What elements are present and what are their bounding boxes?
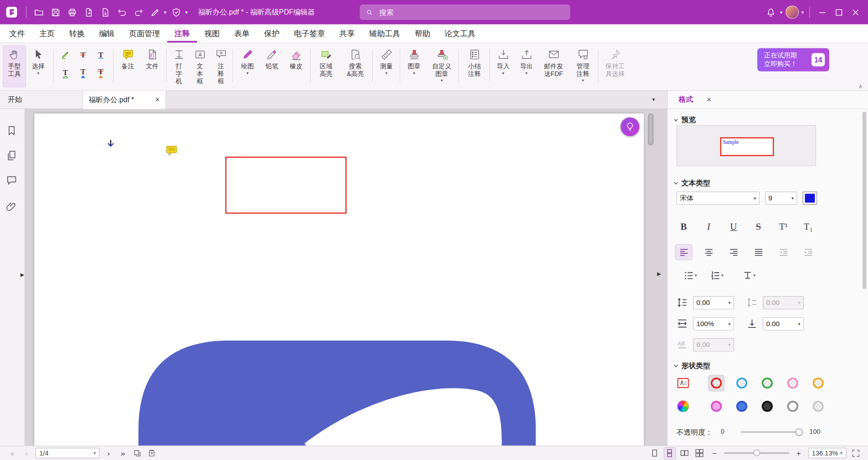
menu-share[interactable]: 共享 [332, 24, 362, 43]
tool-insert-text[interactable]: T [75, 65, 91, 80]
tool-pencil[interactable]: 铅笔 [261, 46, 283, 87]
maximize-button[interactable] [830, 4, 847, 21]
assistant-bulb-button[interactable] [621, 117, 640, 136]
align-justify-button[interactable] [750, 245, 767, 260]
tool-drawing[interactable]: 绘图 ▾ [236, 46, 259, 87]
tool-squiggly-underline[interactable]: T [57, 65, 73, 80]
note-annotation[interactable] [166, 146, 177, 156]
numbered-list-button[interactable]: ▾ [706, 268, 727, 283]
shape-color-green[interactable] [760, 375, 775, 391]
bookmarks-panel-button[interactable] [5, 124, 19, 138]
font-family-select[interactable]: 宋体▾ [676, 191, 760, 204]
text-direction-button[interactable]: ▾ [738, 268, 760, 283]
shape-color-blue[interactable] [734, 398, 750, 414]
bold-button[interactable]: B [675, 219, 692, 234]
menu-help[interactable]: 帮助 [407, 24, 437, 43]
tool-search-highlight[interactable]: 搜索 &高亮 [341, 46, 370, 87]
shape-color-transparent[interactable] [811, 398, 826, 414]
preview-section-header[interactable]: 预览 [673, 115, 696, 125]
tool-manage-comments[interactable]: 管理 注释 ▾ [570, 46, 595, 87]
menu-page-management[interactable]: 页面管理 [122, 24, 167, 43]
tab-start[interactable]: 开始 [0, 91, 83, 109]
account-button[interactable] [784, 4, 801, 21]
tool-strikeout-text[interactable]: T [75, 47, 91, 62]
tool-file-attachment[interactable]: 文件 [141, 46, 164, 87]
tool-summarize-comments[interactable]: 小结 注释 [462, 46, 487, 87]
tab-list-caret[interactable]: ▾ [652, 96, 655, 102]
dropdown-caret[interactable]: ▾ [780, 9, 783, 15]
font-size-select[interactable]: 9▾ [765, 191, 797, 204]
menu-comment[interactable]: 注释 [167, 24, 197, 43]
dropdown-caret[interactable]: ▾ [185, 9, 188, 15]
superscript-button[interactable]: T¹ [775, 219, 792, 234]
tool-callout[interactable]: 注 释 框 [212, 46, 231, 87]
zoom-slider-thumb[interactable] [753, 450, 760, 456]
tool-eraser[interactable]: 橡皮 [284, 46, 307, 87]
menu-view[interactable]: 视图 [197, 24, 227, 43]
zoom-level-select[interactable]: 136.13% ▾ [808, 448, 846, 458]
dropdown-caret[interactable]: ▾ [164, 9, 166, 15]
tool-underline-text[interactable]: T [93, 47, 108, 62]
zoom-out-button[interactable]: − [709, 449, 720, 458]
line-spacing-input[interactable]: 0.00▾ [693, 296, 734, 309]
opacity-slider[interactable] [741, 431, 802, 433]
close-window-button[interactable] [847, 4, 863, 21]
zoom-slider[interactable] [724, 452, 789, 454]
increase-indent-button[interactable] [800, 245, 816, 260]
last-page-button[interactable]: » [118, 449, 128, 458]
subscript-button[interactable]: T₁ [800, 219, 816, 234]
color-wheel-button[interactable] [675, 398, 691, 414]
search-box[interactable] [360, 5, 570, 20]
tab-document[interactable]: 福昕办公.pdf * ✕ [83, 91, 166, 109]
strikethrough-button[interactable]: S [750, 219, 767, 234]
comments-panel-button[interactable] [5, 174, 19, 187]
menu-form[interactable]: 表单 [227, 24, 257, 43]
shape-color-gray[interactable] [785, 398, 800, 414]
menu-esign[interactable]: 电子签章 [287, 24, 332, 43]
textbox-style-button[interactable] [675, 375, 691, 391]
tool-textbox[interactable]: 文 本 框 [190, 46, 209, 87]
facing-continuous-view-button[interactable] [694, 447, 705, 458]
decrease-indent-button[interactable] [775, 245, 792, 260]
menu-paper-tools[interactable]: 论文工具 [437, 24, 482, 43]
text-type-section-header[interactable]: 文本类型 [673, 178, 710, 188]
tool-hand[interactable]: 手型 工具 [3, 46, 25, 87]
sign-tool-button[interactable] [146, 4, 163, 21]
redo-button[interactable] [130, 4, 147, 21]
single-page-view-button[interactable] [649, 447, 660, 458]
page-number-input[interactable]: 1/4 ▾ [35, 448, 99, 458]
facing-view-button[interactable] [679, 447, 690, 458]
scrollbar-thumb[interactable] [648, 114, 653, 145]
underline-button[interactable]: U [725, 219, 742, 234]
tool-highlight-text[interactable] [57, 47, 73, 62]
tool-note[interactable]: 备注 [116, 46, 139, 87]
attachments-panel-button[interactable] [5, 200, 19, 213]
close-tab-icon[interactable]: ✕ [155, 96, 160, 104]
tool-export-comments[interactable]: 导出 ▾ [516, 46, 537, 87]
shape-color-black[interactable] [760, 398, 775, 414]
shape-type-section-header[interactable]: 形状类型 [673, 361, 710, 371]
align-center-button[interactable] [700, 245, 717, 260]
collapse-right-panel-handle[interactable]: ▶ [657, 271, 660, 277]
dropdown-caret[interactable]: ▾ [801, 9, 804, 15]
menu-protect[interactable]: 保护 [257, 24, 287, 43]
tool-area-highlight[interactable]: 区域 高亮 [313, 46, 339, 87]
tool-stamp[interactable]: 图章 ▾ [403, 46, 425, 87]
print-button[interactable] [64, 4, 80, 21]
tool-measure[interactable]: 测量 ▾ [375, 46, 397, 87]
previous-page-button[interactable]: ‹ [21, 449, 32, 458]
tool-typewriter[interactable]: 打 字 机 [170, 46, 189, 87]
italic-button[interactable]: I [700, 219, 717, 234]
open-file-button[interactable] [30, 4, 47, 21]
tool-replace-text[interactable]: T [93, 65, 108, 80]
font-color-button[interactable] [803, 191, 817, 204]
protect-status-button[interactable] [168, 4, 185, 21]
close-panel-icon[interactable]: ✕ [706, 96, 711, 103]
menu-file[interactable]: 文件 [2, 24, 32, 43]
next-page-button[interactable]: › [103, 449, 114, 458]
notifications-button[interactable] [763, 4, 779, 21]
snapshot-button[interactable] [132, 448, 142, 458]
menu-convert[interactable]: 转换 [62, 24, 92, 43]
tool-select[interactable]: 选择 ▾ [28, 46, 49, 87]
minimize-button[interactable] [814, 4, 830, 21]
